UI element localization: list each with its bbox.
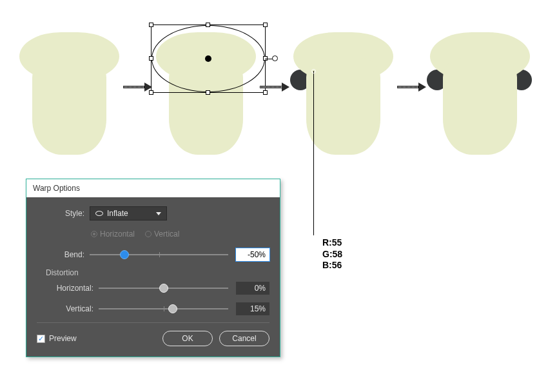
dist-h-slider[interactable] (99, 282, 228, 294)
dist-h-label: Horizontal: (46, 284, 99, 293)
dist-v-value-input[interactable]: 15% (236, 302, 269, 315)
rgb-r: R:55 (322, 237, 342, 249)
divider (37, 322, 269, 323)
rgb-g: G:58 (322, 249, 342, 260)
arrow-icon (122, 83, 152, 91)
style-select[interactable]: Inflate (90, 206, 167, 220)
radio-icon (145, 231, 152, 237)
radio-icon (91, 231, 97, 237)
arrow-icon (259, 83, 289, 91)
rgb-readout: R:55 G:58 B:56 (322, 237, 342, 271)
warp-options-dialog: Warp Options Style: Inflate Horizontal V… (26, 179, 280, 357)
style-label: Style: (37, 209, 90, 218)
preview-label: Preview (49, 334, 77, 343)
tutorial-steps (19, 13, 529, 161)
radio-label: Horizontal (100, 230, 135, 239)
selection-bounding-box[interactable] (151, 24, 266, 93)
arrow-icon (396, 83, 426, 91)
chevron-down-icon (156, 212, 161, 215)
callout-origin (311, 69, 316, 74)
bend-label: Bend: (37, 250, 90, 259)
distortion-section-label: Distortion (46, 268, 269, 277)
rgb-b: B:56 (322, 260, 342, 271)
orientation-vertical-radio[interactable]: Vertical (145, 230, 179, 239)
radio-label: Vertical (154, 230, 179, 239)
dialog-title: Warp Options (33, 184, 80, 193)
preview-checkbox[interactable]: ✓ Preview (37, 334, 77, 343)
ok-button[interactable]: OK (162, 331, 213, 346)
style-value: Inflate (107, 209, 128, 218)
inflate-icon (95, 211, 103, 216)
dist-v-slider[interactable] (99, 303, 228, 315)
shape-step-4 (430, 19, 529, 155)
cancel-button[interactable]: Cancel (219, 331, 269, 346)
checkbox-icon: ✓ (37, 335, 45, 343)
bend-value-input[interactable]: -50% (236, 248, 269, 261)
callout-line (313, 71, 314, 235)
dist-v-label: Vertical: (46, 304, 99, 313)
bend-slider[interactable] (90, 249, 228, 260)
shape-step-2 (156, 19, 255, 155)
orientation-horizontal-radio[interactable]: Horizontal (91, 230, 135, 239)
dist-h-value-input[interactable]: 0% (236, 282, 269, 295)
shape-step-3 (293, 19, 392, 155)
shape-step-1 (19, 19, 118, 155)
dialog-titlebar[interactable]: Warp Options (26, 179, 280, 197)
